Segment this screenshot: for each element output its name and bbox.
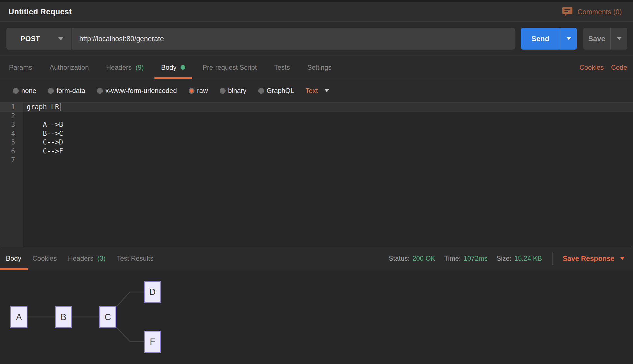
send-label: Send — [521, 28, 560, 50]
radio-circle-icon — [258, 88, 264, 94]
graph-node-F: F — [144, 331, 161, 353]
tab-pre-request-script[interactable]: Pre-request Script — [202, 56, 257, 79]
response-headers-count-badge: (3) — [97, 255, 105, 262]
send-dropdown[interactable] — [560, 28, 577, 50]
comments-button[interactable]: Comments (0) — [562, 7, 622, 17]
save-label: Save — [583, 28, 610, 50]
save-button[interactable]: Save — [583, 28, 627, 50]
editor-line: 2 — [0, 112, 633, 121]
radio-raw[interactable]: raw — [189, 87, 208, 95]
graph-edge-C-D — [116, 292, 144, 307]
response-tab-headers[interactable]: Headers (3) — [67, 247, 106, 270]
radio-binary[interactable]: binary — [220, 87, 246, 95]
editor-line: 1 graph LR — [0, 103, 633, 112]
send-button[interactable]: Send — [521, 28, 577, 50]
request-body-editor[interactable]: 1 graph LR 2 3 A-->B 4 B-->C 5 C-->D 6 C… — [0, 102, 633, 247]
editor-line: 7 — [0, 156, 633, 165]
text-cursor — [60, 103, 61, 111]
method-label: POST — [20, 35, 40, 43]
radio-circle-icon — [220, 88, 226, 94]
size-badge: Size: 15.24 KB — [496, 255, 542, 262]
tabs-right-links: Cookies Code — [579, 64, 627, 71]
chevron-down-icon — [325, 89, 329, 92]
editor-line: 4 B-->C — [0, 129, 633, 138]
radio-graphql[interactable]: GraphQL — [258, 87, 294, 95]
headers-count-badge: (9) — [136, 64, 144, 71]
radio-form-data[interactable]: form-data — [48, 87, 85, 95]
window-top-strip — [0, 0, 633, 2]
graph-node-D: D — [144, 281, 161, 303]
tab-settings[interactable]: Settings — [307, 56, 332, 79]
response-tabs: Body Cookies Headers (3) Test Results — [5, 247, 154, 270]
radio-x-www-form-urlencoded[interactable]: x-www-form-urlencoded — [97, 87, 177, 95]
graph-node-C: C — [99, 306, 116, 328]
editor-line: 3 A-->B — [0, 120, 633, 129]
radio-selected-icon — [189, 88, 195, 94]
divider — [552, 252, 553, 265]
chevron-down-icon — [617, 37, 622, 40]
body-type-bar: none form-data x-www-form-urlencoded raw… — [0, 79, 633, 102]
radio-circle-icon — [97, 88, 103, 94]
body-filled-dot-icon — [181, 65, 185, 70]
editor-line: 5 C-->D — [0, 138, 633, 147]
graph-node-B: B — [55, 306, 72, 328]
response-tab-test-results[interactable]: Test Results — [116, 247, 154, 270]
status-badge: Status: 200 OK — [389, 255, 435, 262]
graph-edges — [0, 270, 633, 364]
chevron-down-icon — [620, 257, 625, 260]
radio-circle-icon — [13, 88, 19, 94]
cookies-link[interactable]: Cookies — [579, 64, 604, 71]
response-body-viewer: ABCDF — [0, 270, 633, 364]
url-field-wrap — [71, 28, 515, 50]
url-bar: POST — [6, 28, 515, 50]
radio-none[interactable]: none — [13, 87, 36, 95]
graph-node-A: A — [10, 306, 27, 328]
tab-params[interactable]: Params — [8, 56, 33, 79]
active-tab-underline — [154, 77, 192, 79]
comments-label: Comments (0) — [577, 8, 622, 16]
comment-bubble-icon — [562, 7, 572, 17]
tab-authorization[interactable]: Authorization — [49, 56, 89, 79]
format-label: Text — [306, 87, 318, 95]
request-tabs-row: Params Authorization Headers (9) Body Pr… — [0, 56, 633, 79]
tab-tests[interactable]: Tests — [274, 56, 290, 79]
response-tab-cookies[interactable]: Cookies — [32, 247, 57, 270]
radio-circle-icon — [48, 88, 54, 94]
response-header: Body Cookies Headers (3) Test Results St… — [0, 247, 633, 270]
code-link[interactable]: Code — [611, 64, 627, 71]
request-tabs: Params Authorization Headers (9) Body Pr… — [8, 56, 332, 79]
save-dropdown[interactable] — [610, 28, 627, 50]
chevron-down-icon — [567, 37, 571, 40]
tab-headers[interactable]: Headers (9) — [106, 56, 144, 79]
request-row: POST Send Save — [0, 22, 633, 56]
url-input[interactable] — [72, 35, 515, 43]
response-tab-body[interactable]: Body — [5, 247, 22, 270]
time-badge: Time: 1072ms — [444, 255, 488, 262]
active-tab-underline — [0, 268, 28, 270]
format-select[interactable]: Text — [306, 87, 329, 95]
response-meta: Status: 200 OK Time: 1072ms Size: 15.24 … — [389, 252, 625, 265]
tab-body[interactable]: Body — [161, 56, 186, 79]
title-bar: Untitled Request Comments (0) — [0, 2, 633, 22]
editor-line: 6 C-->F — [0, 147, 633, 156]
chevron-down-icon — [58, 37, 64, 40]
page-title: Untitled Request — [8, 7, 72, 16]
save-response-button[interactable]: Save Response — [563, 255, 625, 263]
method-select[interactable]: POST — [6, 28, 71, 50]
graph-edge-C-F — [116, 327, 144, 341]
